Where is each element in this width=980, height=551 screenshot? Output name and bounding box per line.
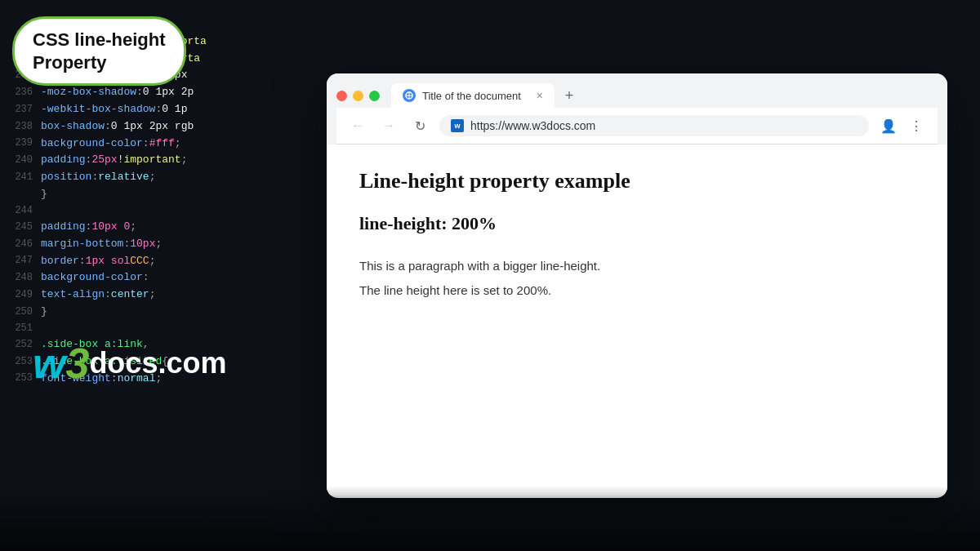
page-title: CSS line-height Property [33, 29, 166, 73]
url-bar[interactable]: w https://www.w3docs.com [439, 115, 869, 136]
url-text: https://www.w3docs.com [470, 119, 595, 132]
window-maximize-button[interactable] [369, 91, 380, 101]
browser-content: Line-height property example line-height… [327, 144, 947, 495]
forward-button[interactable]: → [377, 114, 400, 137]
window-controls [336, 91, 380, 101]
profile-icon[interactable]: 👤 [877, 114, 900, 137]
demo-paragraph-1: This is a paragraph with a bigger line-h… [359, 254, 915, 278]
reload-button[interactable]: ↻ [408, 114, 431, 137]
browser-window: Title of the document × + ← → ↻ w https:… [327, 73, 947, 498]
logo-docs: docs [89, 346, 158, 380]
new-tab-button[interactable]: + [558, 84, 581, 107]
demo-heading-2: line-height: 200% [359, 213, 915, 234]
back-button[interactable]: ← [346, 114, 369, 137]
browser-menu: 👤 ⋮ [877, 114, 928, 137]
tab-bar: Title of the document × + [336, 83, 938, 108]
tab-close-button[interactable]: × [537, 90, 543, 101]
bottom-gradient [0, 486, 980, 551]
tab-favicon [403, 89, 416, 102]
browser-chrome: Title of the document × + ← → ↻ w https:… [327, 73, 947, 144]
url-favicon: w [451, 119, 464, 132]
w3docs-logo: w3 docs.com [33, 339, 226, 388]
window-close-button[interactable] [336, 91, 347, 101]
more-options-icon[interactable]: ⋮ [905, 114, 928, 137]
address-bar: ← → ↻ w https://www.w3docs.com 👤 ⋮ [336, 108, 938, 144]
demo-paragraph-2: The line height here is set to 200%. [359, 278, 915, 303]
tab-title: Title of the document [422, 90, 530, 102]
title-card: CSS line-height Property [12, 16, 186, 86]
logo-com: .com [158, 346, 226, 380]
logo-w3: w3 [33, 339, 89, 388]
demo-heading-1: Line-height property example [359, 169, 915, 193]
browser-tab-active[interactable]: Title of the document × [391, 83, 555, 108]
window-minimize-button[interactable] [353, 91, 363, 101]
